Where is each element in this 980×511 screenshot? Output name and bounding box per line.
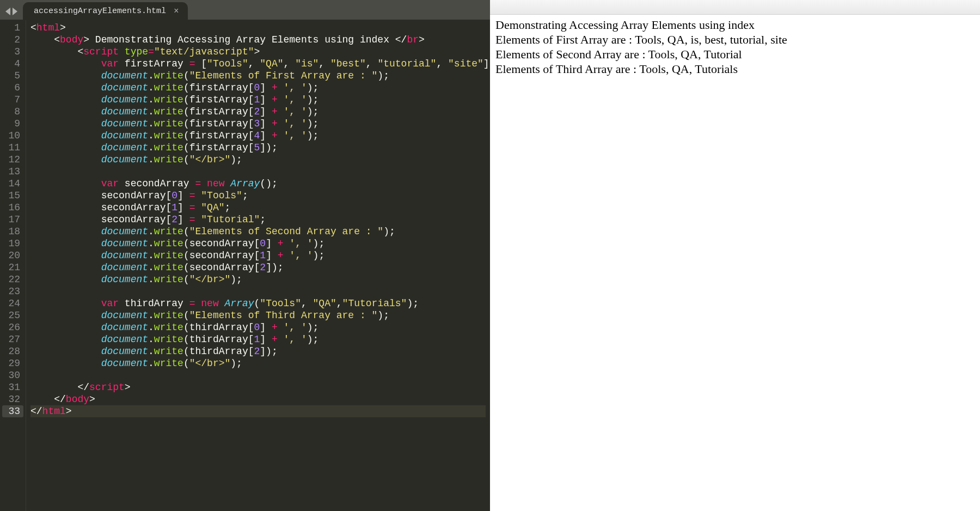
code-line[interactable]: secondArray[0] = "Tools"; — [30, 190, 486, 202]
line-number: 20 — [2, 250, 20, 261]
code-line[interactable]: document.write("</br>"); — [30, 357, 486, 369]
code-line[interactable]: </html> — [30, 405, 486, 417]
line-number: 27 — [2, 333, 20, 345]
code-line[interactable] — [30, 285, 486, 297]
code-line[interactable]: var secondArray = new Array(); — [30, 178, 486, 190]
line-number-gutter: 1234567891011121314151617181920212223242… — [0, 20, 26, 511]
editor-titlebar: accessingArrayElements.html × — [0, 0, 490, 20]
code-line[interactable]: <script type="text/javascript"> — [30, 46, 486, 58]
tab-filename: accessingArrayElements.html — [34, 7, 166, 16]
line-number: 7 — [2, 94, 20, 106]
line-number: 24 — [2, 297, 20, 309]
browser-content: Demonstrating Accessing Array Elements u… — [495, 17, 975, 76]
line-number: 13 — [2, 166, 20, 178]
line-number: 5 — [2, 70, 20, 82]
line-number: 11 — [2, 142, 20, 154]
line-number: 9 — [2, 118, 20, 130]
code-line[interactable] — [30, 369, 486, 381]
line-number: 23 — [2, 285, 20, 297]
code-line[interactable]: </script> — [30, 381, 486, 393]
line-number: 21 — [2, 261, 20, 273]
line-number: 10 — [2, 130, 20, 142]
browser-window-chrome — [490, 0, 980, 15]
code-line[interactable]: document.write("Elements of Third Array … — [30, 309, 486, 321]
tab-close-icon[interactable]: × — [174, 7, 179, 16]
line-number: 29 — [2, 357, 20, 369]
editor-body[interactable]: 1234567891011121314151617181920212223242… — [0, 20, 490, 511]
nav-back-icon[interactable] — [5, 8, 10, 15]
code-line[interactable]: document.write("Elements of Second Array… — [30, 226, 486, 238]
code-line[interactable]: secondArray[1] = "QA"; — [30, 202, 486, 214]
code-line[interactable]: document.write("</br>"); — [30, 154, 486, 166]
code-line[interactable]: document.write(thirdArray[2]); — [30, 345, 486, 357]
code-line[interactable]: document.write(secondArray[2]); — [30, 261, 486, 273]
line-number: 16 — [2, 202, 20, 214]
code-line[interactable]: document.write(thirdArray[0] + ', '); — [30, 321, 486, 333]
browser-preview-pane: Demonstrating Accessing Array Elements u… — [490, 0, 980, 511]
line-number: 1 — [2, 22, 20, 34]
line-number: 3 — [2, 46, 20, 58]
line-number: 28 — [2, 345, 20, 357]
code-line[interactable]: <body> Demonstrating Accessing Array Ele… — [30, 34, 486, 46]
nav-forward-icon[interactable] — [13, 8, 17, 15]
line-number: 12 — [2, 154, 20, 166]
code-line[interactable]: document.write(thirdArray[1] + ', '); — [30, 333, 486, 345]
code-line[interactable]: document.write(secondArray[1] + ', '); — [30, 250, 486, 261]
line-number: 25 — [2, 309, 20, 321]
browser-output-line: Elements of Third Array are : Tools, QA,… — [495, 62, 975, 76]
code-line[interactable]: document.write(firstArray[4] + ', '); — [30, 130, 486, 142]
line-number: 26 — [2, 321, 20, 333]
code-line[interactable]: </body> — [30, 393, 486, 405]
line-number: 15 — [2, 190, 20, 202]
code-line[interactable]: document.write(firstArray[1] + ', '); — [30, 94, 486, 106]
browser-output-line: Elements of First Array are : Tools, QA,… — [495, 32, 975, 47]
line-number: 14 — [2, 178, 20, 190]
line-number: 4 — [2, 58, 20, 70]
code-line[interactable] — [30, 166, 486, 178]
code-line[interactable]: document.write(firstArray[3] + ', '); — [30, 118, 486, 130]
editor-tab[interactable]: accessingArrayElements.html × — [23, 2, 188, 20]
line-number: 17 — [2, 214, 20, 226]
code-line[interactable]: document.write(firstArray[0] + ', '); — [30, 82, 486, 94]
code-line[interactable]: var firstArray = ["Tools", "QA", "is", "… — [30, 58, 486, 70]
code-line[interactable]: document.write(secondArray[0] + ', '); — [30, 238, 486, 250]
line-number: 30 — [2, 369, 20, 381]
line-number: 22 — [2, 273, 20, 285]
line-number: 32 — [2, 393, 20, 405]
code-line[interactable]: document.write("</br>"); — [30, 273, 486, 285]
code-line[interactable]: document.write(firstArray[5]); — [30, 142, 486, 154]
line-number: 33 — [2, 405, 23, 417]
browser-output-line: Demonstrating Accessing Array Elements u… — [495, 17, 975, 32]
code-line[interactable]: var thirdArray = new Array("Tools", "QA"… — [30, 297, 486, 309]
code-line[interactable]: document.write("Elements of First Array … — [30, 70, 486, 82]
code-line[interactable]: secondArray[2] = "Tutorial"; — [30, 214, 486, 226]
line-number: 31 — [2, 381, 20, 393]
code-editor-pane: accessingArrayElements.html × 1234567891… — [0, 0, 490, 511]
line-number: 2 — [2, 34, 20, 46]
code-line[interactable]: document.write(firstArray[2] + ', '); — [30, 106, 486, 118]
nav-arrows — [5, 8, 17, 15]
code-line[interactable]: <html> — [30, 22, 486, 34]
line-number: 8 — [2, 106, 20, 118]
line-number: 18 — [2, 226, 20, 238]
line-number: 19 — [2, 238, 20, 250]
code-area[interactable]: <html> <body> Demonstrating Accessing Ar… — [26, 20, 490, 511]
line-number: 6 — [2, 82, 20, 94]
browser-output-line: Elements of Second Array are : Tools, QA… — [495, 47, 975, 62]
